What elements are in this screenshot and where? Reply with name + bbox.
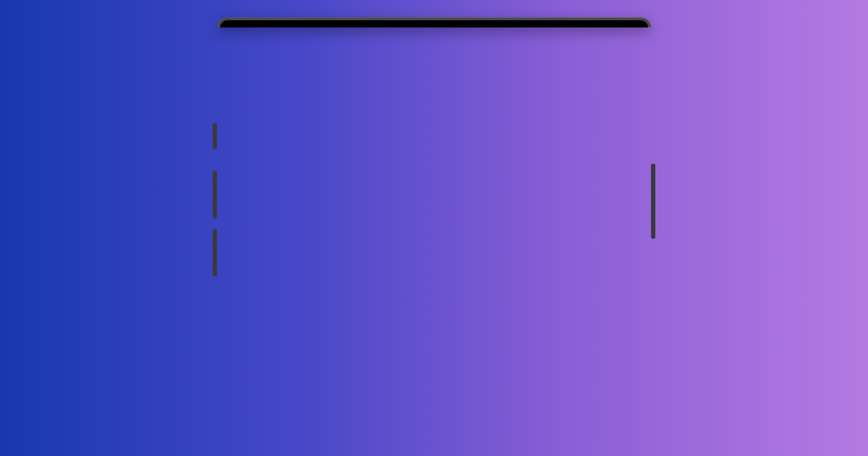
volume-down-button <box>213 229 217 276</box>
silent-switch <box>213 123 217 149</box>
volume-up-button <box>213 171 217 219</box>
power-button <box>651 164 655 239</box>
phone-frame: 9:41 Top Hit <box>217 0 651 456</box>
